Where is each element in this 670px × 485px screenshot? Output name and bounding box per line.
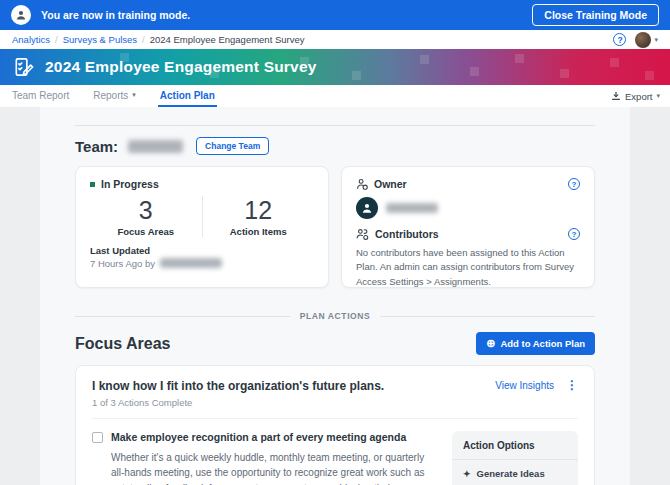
confetti [515,54,524,63]
training-mode-banner: You are now in training mode. Close Trai… [0,0,670,30]
close-training-mode-button[interactable]: Close Training Mode [532,4,659,26]
actions-progress-text: 1 of 3 Actions Complete [92,397,578,419]
training-user-icon [11,5,31,25]
tab-reports[interactable]: Reports▾ [91,85,138,107]
breadcrumb-separator: / [142,34,145,45]
focus-areas-count: 3 [90,196,202,225]
breadcrumb-bar: Analytics / Surveys & Pulses / 2024 Empl… [0,30,670,49]
view-insights-link[interactable]: View Insights [495,380,554,391]
redacted-updater-name [160,258,222,268]
help-icon[interactable]: ? [613,33,626,46]
divider [75,125,595,126]
user-menu[interactable]: ▾ [635,32,658,48]
download-icon [611,91,621,101]
focus-area-title: I know how I fit into the organization's… [92,379,384,393]
confetti [610,58,619,67]
contributors-empty-text: No contributors have been assigned to th… [356,246,580,289]
confetti [560,69,569,78]
plan-actions-divider-label: PLAN ACTIONS [300,311,371,321]
owner-label: Owner [374,178,407,190]
generate-ideas-button[interactable]: ✦ Generate Ideas [452,459,578,485]
contributors-icon [356,228,369,240]
focus-areas-stat-label: Focus Areas [90,226,202,237]
owner-icon [356,178,368,190]
tab-team-report[interactable]: Team Report [10,85,71,107]
action-items-stat: 12 Action Items [203,196,315,237]
focus-areas-stat: 3 Focus Areas [90,196,202,237]
action-item: Make employee recognition a part of ever… [92,431,436,485]
focus-areas-heading: Focus Areas [75,335,170,353]
confetti [470,67,479,76]
redacted-team-name [128,140,183,153]
plan-status-card: In Progress 3 Focus Areas 12 Action Item… [75,166,329,288]
action-plan-panel: Team: Change Team In Progress 3 Focus Ar… [40,107,630,485]
tab-action-plan[interactable]: Action Plan [158,85,217,107]
chevron-down-icon: ▾ [654,36,658,44]
chevron-down-icon: ▾ [132,91,136,99]
contributors-help-icon[interactable]: ? [568,228,580,240]
contributors-label: Contributors [375,228,439,240]
owner-avatar [356,197,378,219]
report-tabbar: Team Report Reports▾ Action Plan Export … [0,85,670,107]
status-dot-icon [90,182,95,187]
training-mode-message: You are now in training mode. [41,9,190,21]
breadcrumb-analytics[interactable]: Analytics [12,34,50,45]
last-updated-label: Last Updated [90,245,314,256]
confetti [645,71,654,80]
change-team-button[interactable]: Change Team [196,137,269,155]
page-title: 2024 Employee Engagement Survey [45,58,317,76]
action-checkbox[interactable] [92,432,103,443]
action-items-stat-label: Action Items [203,226,315,237]
action-options-panel: Action Options ✦ Generate Ideas Add Cust… [452,431,578,485]
plan-actions-divider: PLAN ACTIONS [75,311,595,321]
add-to-action-plan-button[interactable]: ⊕ Add to Action Plan [476,332,595,355]
action-items-count: 12 [203,196,315,225]
action-options-title: Action Options [452,431,578,459]
breadcrumb-current-page: 2024 Employee Engagement Survey [150,34,305,45]
action-description: Whether it's a quick weekly huddle, mont… [111,450,436,485]
action-options-column: Action Options ✦ Generate Ideas Add Cust… [452,431,578,485]
survey-doc-icon [12,56,35,79]
confetti [352,71,361,80]
survey-hero-header: 2024 Employee Engagement Survey [0,49,670,85]
focus-area-card: I know how I fit into the organization's… [75,365,595,485]
confetti [420,55,429,64]
status-badge: In Progress [90,178,314,190]
last-updated-value: 7 Hours Ago by [90,258,314,269]
owner-help-icon[interactable]: ? [568,178,580,190]
sparkle-icon: ✦ [463,469,471,479]
breadcrumb-separator: / [55,34,58,45]
breadcrumb-surveys-pulses[interactable]: Surveys & Pulses [63,34,137,45]
action-title: Make employee recognition a part of ever… [111,431,406,445]
redacted-owner-name [386,203,438,213]
chevron-down-icon: ▾ [656,92,660,100]
export-button[interactable]: Export ▾ [611,91,660,102]
owner-contributors-card: Owner ? Contributors ? No contributo [341,166,595,288]
team-label: Team: [75,138,118,155]
main-content: Team: Change Team In Progress 3 Focus Ar… [0,107,670,485]
plus-circle-icon: ⊕ [486,338,495,349]
user-avatar[interactable] [635,32,651,48]
kebab-menu-icon[interactable]: ⋮ [566,379,578,391]
